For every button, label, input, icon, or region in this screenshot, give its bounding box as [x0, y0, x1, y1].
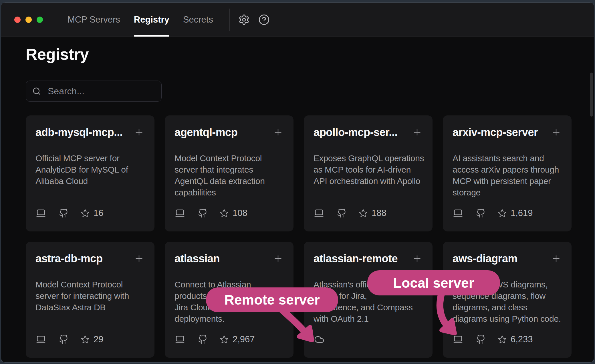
github-icon — [46, 335, 69, 344]
star-icon — [486, 209, 507, 218]
star-count: 188 — [372, 208, 386, 218]
github-icon — [185, 208, 208, 218]
card-footer: 2,967 — [174, 334, 255, 345]
star-count: 6,233 — [511, 334, 533, 345]
server-name: apollo-mcp-ser... — [314, 126, 397, 139]
card-footer: 6,233 — [453, 334, 533, 345]
search-box — [26, 81, 162, 102]
star-icon — [486, 335, 507, 344]
local-server-callout: Local server — [367, 270, 500, 295]
star-icon — [347, 209, 368, 218]
server-card[interactable]: arxiv-mcp-server AI assistants search an… — [443, 115, 572, 231]
server-card[interactable]: apollo-mcp-ser... Exposes GraphQL operat… — [304, 115, 433, 231]
close-window-button[interactable] — [14, 17, 21, 23]
github-icon — [185, 335, 208, 344]
laptop-icon — [453, 335, 463, 344]
add-server-button[interactable] — [134, 253, 144, 264]
remote-server-callout: Remote server — [206, 287, 338, 312]
github-icon — [324, 208, 347, 218]
server-name: arxiv-mcp-server — [453, 126, 538, 139]
search-input[interactable] — [47, 86, 168, 97]
add-server-button[interactable] — [273, 127, 283, 137]
tab-registry[interactable]: Registry — [134, 3, 169, 37]
titlebar-divider — [229, 9, 230, 31]
server-name: atlassian — [174, 252, 220, 265]
server-card[interactable]: aws-diagram Generate AWS diagrams, seque… — [443, 242, 572, 358]
app-window: MCP Servers Registry Secrets Registry — [1, 2, 594, 363]
tab-mcp-servers[interactable]: MCP Servers — [68, 3, 120, 37]
search-icon — [32, 87, 41, 95]
card-footer: 29 — [35, 334, 103, 345]
card-footer: 1,619 — [453, 208, 533, 218]
star-icon — [69, 335, 90, 344]
server-description: Official MCP server for AnalyticDB for M… — [35, 153, 145, 187]
server-name: aws-diagram — [453, 252, 517, 265]
github-icon — [463, 335, 486, 344]
tab-secrets[interactable]: Secrets — [183, 3, 213, 37]
registry-page: Registry adb-mysql-mcp... Official MCP s… — [1, 37, 594, 362]
laptop-icon — [174, 335, 185, 344]
laptop-icon — [314, 208, 324, 218]
laptop-icon — [453, 208, 463, 218]
server-name: adb-mysql-mcp... — [35, 126, 123, 139]
server-name: agentql-mcp — [174, 126, 237, 139]
github-icon — [46, 208, 69, 218]
page-title: Registry — [26, 45, 89, 63]
zoom-window-button[interactable] — [37, 17, 43, 23]
add-server-button[interactable] — [273, 253, 283, 264]
star-icon — [208, 335, 229, 344]
add-server-button[interactable] — [551, 253, 561, 264]
star-count: 1,619 — [511, 208, 533, 218]
minimize-window-button[interactable] — [25, 17, 32, 23]
vertical-scrollbar[interactable] — [590, 73, 593, 117]
card-footer: 16 — [35, 208, 103, 218]
star-count: 16 — [94, 208, 103, 218]
server-name: astra-db-mcp — [35, 252, 103, 265]
server-description: Exposes GraphQL operations as MCP tools … — [314, 153, 423, 187]
laptop-icon — [174, 208, 185, 218]
screenshot-root: MCP Servers Registry Secrets Registry — [0, 0, 595, 364]
server-card-grid: adb-mysql-mcp... Official MCP server for… — [26, 115, 572, 358]
laptop-icon — [35, 335, 46, 344]
github-icon — [463, 208, 486, 218]
titlebar: MCP Servers Registry Secrets — [1, 3, 594, 37]
card-footer: 108 — [174, 208, 247, 218]
star-count: 108 — [233, 208, 247, 218]
star-icon — [69, 209, 90, 218]
nav-tabs: MCP Servers Registry Secrets — [68, 3, 213, 37]
add-server-button[interactable] — [412, 253, 422, 264]
server-card[interactable]: astra-db-mcp Model Context Protocol serv… — [26, 242, 154, 358]
server-description: Model Context Protocol server that integ… — [174, 153, 284, 198]
card-footer: 188 — [314, 208, 386, 218]
card-footer — [314, 334, 325, 345]
help-icon[interactable] — [258, 14, 270, 25]
laptop-icon — [35, 208, 46, 218]
add-server-button[interactable] — [134, 127, 144, 137]
add-server-button[interactable] — [551, 127, 561, 137]
star-count: 29 — [94, 334, 103, 345]
cloud-icon — [314, 334, 325, 345]
server-description: Model Context Protocol server for intera… — [35, 279, 145, 313]
star-icon — [208, 209, 229, 218]
server-description: AI assistants search and access arXiv pa… — [453, 153, 562, 198]
star-count: 2,967 — [233, 334, 255, 345]
add-server-button[interactable] — [412, 127, 422, 137]
server-card[interactable]: adb-mysql-mcp... Official MCP server for… — [26, 115, 154, 231]
server-name: atlassian-remote — [314, 252, 398, 265]
server-card[interactable]: agentql-mcp Model Context Protocol serve… — [165, 115, 293, 231]
settings-gear-icon[interactable] — [238, 14, 250, 25]
traffic-lights — [14, 17, 43, 23]
